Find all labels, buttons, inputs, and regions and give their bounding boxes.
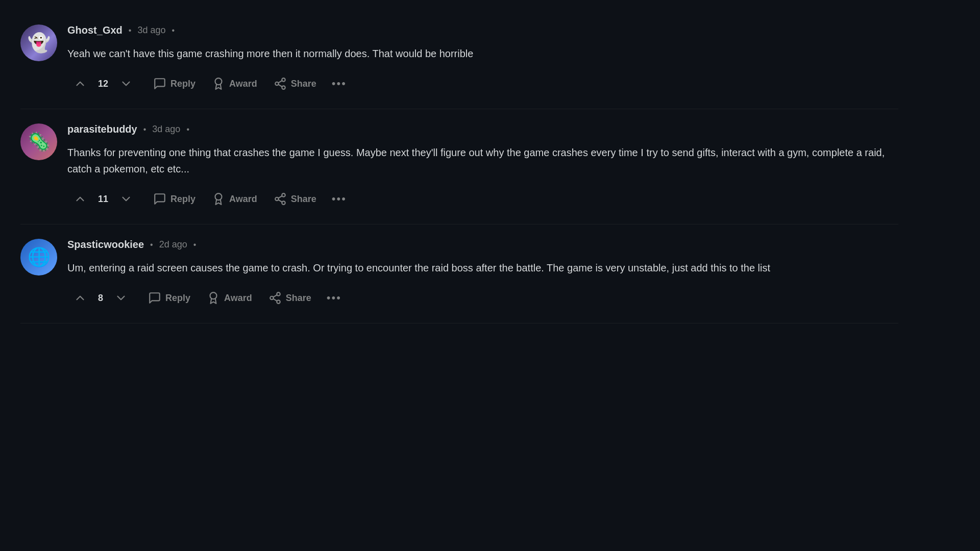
svg-line-17 [273, 295, 277, 297]
award-icon [212, 77, 225, 90]
comment-body: parasitebuddy • 3d ago • Thanks for prev… [67, 123, 898, 210]
share-button[interactable]: Share [262, 287, 317, 309]
comment-row: Ghost_Gxd • 3d ago • Yeah we can't have … [20, 10, 898, 109]
upvote-icon [74, 77, 87, 90]
downvote-icon [114, 291, 128, 305]
vote-count: 11 [98, 194, 108, 205]
avatar [20, 123, 57, 160]
vote-section: 8 [67, 287, 134, 309]
comment-actions: 11 Reply [67, 188, 898, 210]
username: Spasticwookiee [67, 239, 144, 251]
comment-body: Spasticwookiee • 2d ago • Um, entering a… [67, 239, 898, 309]
username: parasitebuddy [67, 123, 137, 135]
comment-text: Yeah we can't have this game crashing mo… [67, 45, 898, 62]
award-icon [212, 192, 225, 206]
comment-actions: 12 Reply [67, 73, 898, 94]
avatar [20, 239, 57, 276]
downvote-button[interactable] [113, 188, 139, 210]
comment-body: Ghost_Gxd • 3d ago • Yeah we can't have … [67, 24, 898, 94]
upvote-button[interactable] [67, 287, 93, 309]
reply-icon [148, 291, 161, 305]
downvote-icon [119, 77, 133, 90]
comment-text: Thanks for preventing one thing that cra… [67, 144, 898, 177]
comment-text: Um, entering a raid screen causes the ga… [67, 260, 898, 276]
username: Ghost_Gxd [67, 24, 122, 36]
vote-count: 8 [98, 293, 103, 304]
reply-icon [153, 192, 166, 206]
reply-button[interactable]: Reply [142, 287, 197, 309]
upvote-icon [74, 291, 87, 305]
award-button[interactable]: Award [206, 188, 263, 210]
comment-row: Spasticwookiee • 2d ago • Um, entering a… [20, 224, 898, 323]
timestamp: 2d ago [159, 239, 187, 250]
award-button[interactable]: Award [201, 287, 258, 309]
award-button[interactable]: Award [206, 73, 263, 94]
svg-line-11 [278, 196, 282, 198]
vote-section: 12 [67, 73, 139, 94]
award-icon [207, 291, 220, 305]
comment-row: parasitebuddy • 3d ago • Thanks for prev… [20, 109, 898, 224]
upvote-button[interactable] [67, 188, 93, 210]
upvote-button[interactable] [67, 73, 93, 94]
comment-header: Ghost_Gxd • 3d ago • [67, 24, 898, 36]
comment-actions: 8 Reply [67, 287, 898, 309]
comment-header: Spasticwookiee • 2d ago • [67, 239, 898, 251]
timestamp: 3d ago [152, 124, 180, 135]
more-options-button[interactable]: ••• [327, 189, 352, 209]
more-options-button[interactable]: ••• [327, 74, 352, 93]
svg-line-16 [273, 299, 277, 301]
upvote-icon [74, 192, 87, 206]
more-options-button[interactable]: ••• [322, 288, 347, 308]
svg-line-4 [278, 85, 282, 87]
svg-line-10 [278, 200, 282, 202]
share-icon [268, 291, 282, 305]
vote-section: 11 [67, 188, 139, 210]
reply-icon [153, 77, 166, 90]
downvote-button[interactable] [113, 73, 139, 94]
avatar [20, 24, 57, 61]
vote-count: 12 [98, 79, 108, 89]
share-icon [274, 192, 287, 206]
timestamp: 3d ago [137, 25, 165, 36]
downvote-button[interactable] [108, 287, 134, 309]
share-button[interactable]: Share [267, 73, 323, 94]
downvote-icon [119, 192, 133, 206]
share-icon [274, 77, 287, 90]
comment-header: parasitebuddy • 3d ago • [67, 123, 898, 135]
reply-button[interactable]: Reply [147, 188, 202, 210]
share-button[interactable]: Share [267, 188, 323, 210]
svg-line-5 [278, 81, 282, 83]
comments-container: Ghost_Gxd • 3d ago • Yeah we can't have … [0, 0, 919, 334]
reply-button[interactable]: Reply [147, 73, 202, 94]
